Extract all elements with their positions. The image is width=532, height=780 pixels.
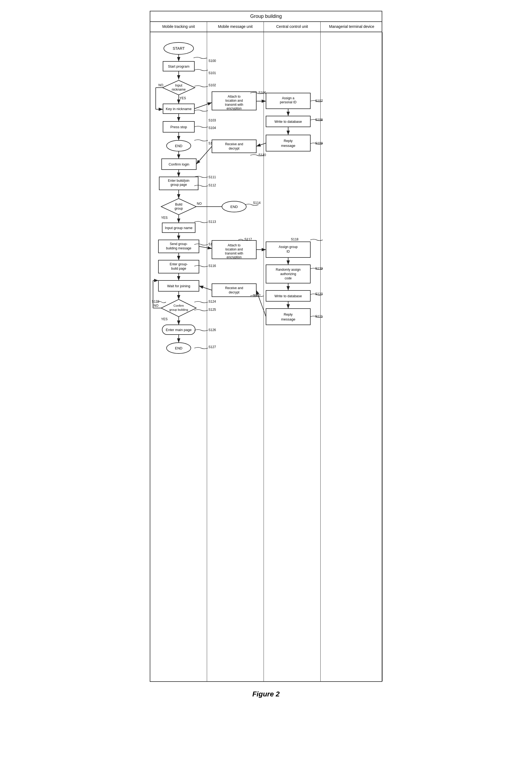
col-header-mobile-message: Mobile message unit (207, 22, 264, 32)
lane-mobile-message (207, 32, 264, 681)
diagram-wrapper: Group building Mobile tracking unit Mobi… (150, 11, 382, 682)
col-header-central-control: Central control unit (264, 22, 321, 32)
columns-header: Mobile tracking unit Mobile message unit… (150, 22, 382, 32)
diagram-title: Group building (150, 11, 382, 22)
col-header-managerial: Managerial terminal device (321, 22, 383, 32)
columns-body: START Start program S100 S101 Input nick… (150, 32, 382, 681)
col-header-mobile-tracking: Mobile tracking unit (150, 22, 207, 32)
lane-managerial (321, 32, 383, 681)
lane-mobile-tracking (150, 32, 207, 681)
lane-central-control (264, 32, 321, 681)
figure-caption: Figure 2 (252, 690, 279, 698)
